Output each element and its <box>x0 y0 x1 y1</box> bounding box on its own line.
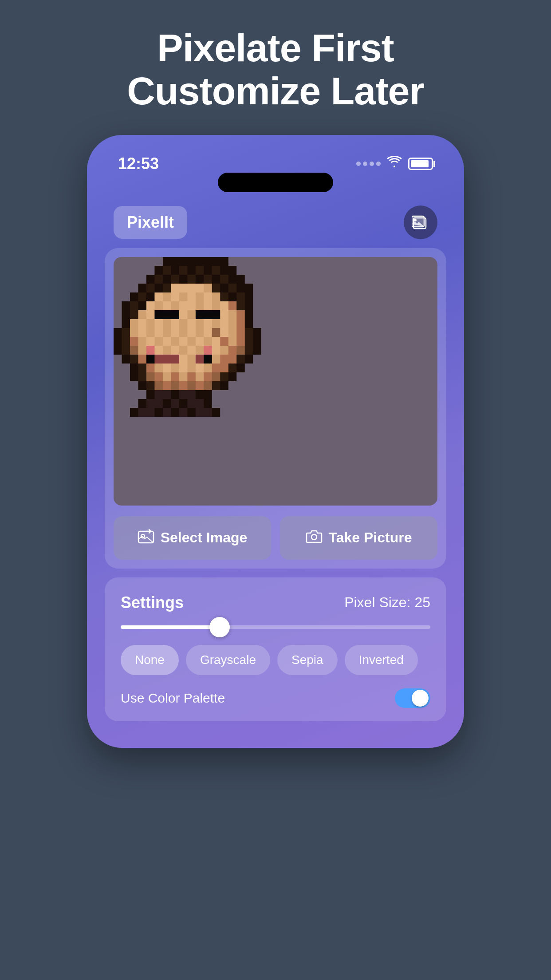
signal-dot-2 <box>363 162 367 166</box>
filter-sepia-button[interactable]: Sepia <box>277 645 338 675</box>
headline-line1: Pixelate First <box>127 27 424 70</box>
headline-line2: Customize Later <box>127 70 424 113</box>
filter-grayscale-button[interactable]: Grayscale <box>186 645 270 675</box>
app-logo: PixelIt <box>114 206 187 239</box>
gallery-button[interactable] <box>404 205 437 239</box>
settings-card: Settings Pixel Size: 25 None Grayscale S… <box>105 577 446 721</box>
svg-point-5 <box>311 534 317 540</box>
palette-row: Use Color Palette <box>121 688 430 708</box>
filter-options: None Grayscale Sepia Inverted <box>121 645 430 675</box>
image-card: Select Image Take Picture <box>105 248 446 569</box>
status-time: 12:53 <box>118 154 159 173</box>
signal-dot-1 <box>356 162 361 166</box>
app-container: Pixelate First Customize Later 12:53 <box>0 0 551 980</box>
slider-track[interactable] <box>121 625 430 629</box>
slider-container <box>121 625 430 629</box>
slider-fill <box>121 625 220 629</box>
battery-fill <box>411 160 429 167</box>
signal-dot-4 <box>376 162 381 166</box>
pixel-size-label: Pixel Size: 25 <box>344 594 430 611</box>
svg-point-2 <box>414 219 417 221</box>
wifi-icon <box>387 156 402 171</box>
pixel-canvas <box>114 257 437 506</box>
color-palette-toggle[interactable] <box>395 688 430 708</box>
slider-thumb[interactable] <box>209 617 230 637</box>
camera-icon <box>306 529 323 547</box>
filter-inverted-button[interactable]: Inverted <box>345 645 418 675</box>
settings-header: Settings Pixel Size: 25 <box>121 593 430 612</box>
take-picture-label: Take Picture <box>329 530 412 546</box>
settings-title: Settings <box>121 593 184 612</box>
select-image-icon <box>138 529 154 547</box>
status-right <box>356 156 433 171</box>
app-header: PixelIt <box>100 192 451 248</box>
pixel-image <box>114 257 437 506</box>
take-picture-button[interactable]: Take Picture <box>280 516 437 560</box>
toggle-knob <box>412 690 429 707</box>
select-image-button[interactable]: Select Image <box>114 516 271 560</box>
action-buttons: Select Image Take Picture <box>114 516 437 560</box>
headline: Pixelate First Customize Later <box>109 27 442 113</box>
select-image-label: Select Image <box>161 530 248 546</box>
palette-label: Use Color Palette <box>121 691 225 706</box>
status-bar: 12:53 <box>100 148 451 175</box>
filter-none-button[interactable]: None <box>121 645 179 675</box>
battery-icon <box>408 158 433 170</box>
phone-mockup: 12:53 Pix <box>87 135 464 748</box>
signal-dots <box>356 162 381 166</box>
signal-dot-3 <box>370 162 374 166</box>
dynamic-island <box>218 173 333 192</box>
